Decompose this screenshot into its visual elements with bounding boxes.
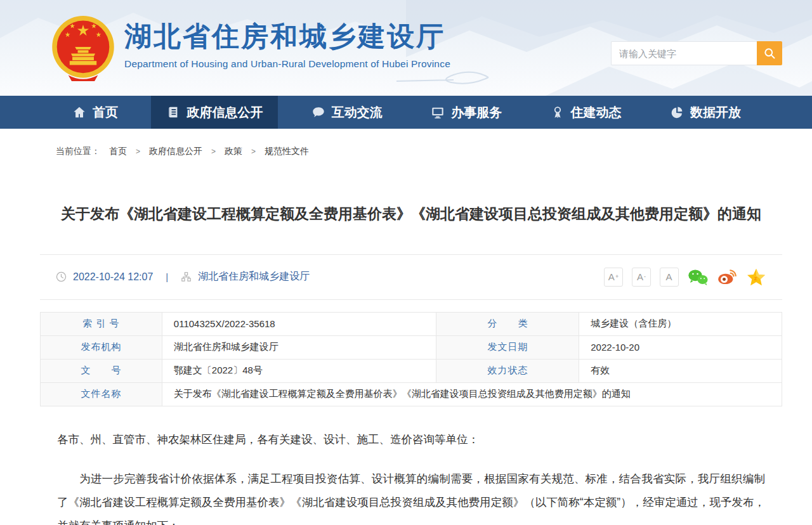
index-number-value: 01104325X/2022-35618 [162, 312, 436, 335]
search-box [611, 41, 782, 65]
nav-item-label: 办事服务 [451, 104, 502, 121]
salutation-paragraph: 各市、州、直管市、神农架林区住建局，各有关建设、设计、施工、造价咨询等单位： [57, 428, 765, 451]
nav-item-open-data[interactable]: 数据开放 [655, 96, 756, 129]
nav-item-label: 首页 [93, 104, 118, 121]
source-org-icon [181, 271, 192, 282]
clock-icon [56, 271, 67, 282]
font-reset-button[interactable]: A [660, 268, 679, 287]
site-subtitle: Department of Housing and Urban-Rural De… [124, 58, 450, 70]
meta-separator: | [166, 271, 168, 282]
breadcrumb: 当前位置： 首页 > 政府信息公开 > 政策 > 规范性文件 [56, 146, 812, 157]
breadcrumb-item-normative-docs[interactable]: 规范性文件 [265, 146, 309, 157]
nav-item-interaction[interactable]: 互动交流 [296, 96, 398, 129]
issuing-agency-value: 湖北省住房和城乡建设厅 [162, 335, 436, 359]
breadcrumb-separator: > [211, 147, 216, 156]
index-number-label: 索 引 号 [41, 312, 162, 335]
article-title: 关于发布《湖北省建设工程概算定额及全费用基价表》《湖北省建设项目总投资组成及其他… [40, 203, 782, 225]
validity-label: 效力状态 [436, 359, 579, 382]
breadcrumb-separator: > [251, 147, 256, 156]
nav-item-news[interactable]: 住建动态 [535, 96, 637, 129]
article-body: 各市、州、直管市、神农架林区住建局，各有关建设、设计、施工、造价咨询等单位： 为… [40, 428, 782, 525]
document-icon [166, 105, 180, 119]
doc-title-value: 关于发布《湖北省建设工程概算定额及全费用基价表》《湖北省建设项目总投资组成及其他… [162, 382, 782, 406]
issue-date-label: 发文日期 [436, 335, 579, 359]
table-row: 文件名称 关于发布《湖北省建设工程概算定额及全费用基价表》《湖北省建设项目总投资… [41, 382, 782, 406]
nav-item-label: 住建动态 [571, 104, 622, 121]
share-weibo[interactable] [717, 268, 737, 286]
qzone-icon: z [747, 268, 766, 286]
nav-item-services[interactable]: 办事服务 [416, 96, 517, 129]
article-meta-left: 2022-10-24 12:07 | 湖北省住房和城乡建设厅 [56, 270, 310, 283]
breadcrumb-item-policy[interactable]: 政策 [225, 146, 242, 157]
site-title: 湖北省住房和城乡建设厅 [124, 22, 450, 51]
font-increase-button[interactable]: A+ [604, 268, 623, 287]
nav-item-label: 互动交流 [332, 104, 383, 121]
breadcrumb-item-gov-info[interactable]: 政府信息公开 [149, 146, 202, 157]
font-decrease-button[interactable]: A- [632, 268, 651, 287]
publish-date: 2022-10-24 12:07 [73, 271, 153, 283]
nav-item-gov-info[interactable]: 政府信息公开 [151, 96, 278, 129]
category-label: 分 类 [436, 312, 579, 335]
breadcrumb-prefix: 当前位置： [56, 146, 100, 157]
monitor-icon [431, 105, 445, 119]
home-icon [72, 105, 86, 119]
validity-value: 有效 [579, 359, 782, 382]
table-row: 文 号 鄂建文〔2022〕48号 效力状态 有效 [41, 359, 782, 382]
pie-chart-icon [670, 105, 684, 119]
wechat-icon [688, 268, 708, 286]
chat-bubble-icon [311, 105, 325, 119]
share-wechat[interactable] [688, 268, 708, 286]
article: 关于发布《湖北省建设工程概算定额及全费用基价表》《湖北省建设项目总投资组成及其他… [40, 203, 782, 525]
table-row: 索 引 号 01104325X/2022-35618 分 类 城乡建设（含住房） [41, 312, 782, 335]
nav-item-label: 政府信息公开 [187, 104, 263, 121]
table-row: 发布机构 湖北省住房和城乡建设厅 发文日期 2022-10-20 [41, 335, 782, 359]
doc-number-label: 文 号 [41, 359, 162, 382]
article-meta-right: A+ A- A [604, 268, 766, 287]
search-icon [763, 47, 776, 60]
site-title-block: 湖北省住房和城乡建设厅 Department of Housing and Ur… [124, 22, 450, 70]
medal-icon [551, 105, 565, 119]
doc-number-value: 鄂建文〔2022〕48号 [162, 359, 436, 382]
body-paragraph: 为进一步完善我省计价依据体系，满足工程项目投资估算、设计概算的编制需要，根据国家… [57, 467, 765, 525]
article-meta-bar: 2022-10-24 12:07 | 湖北省住房和城乡建设厅 A+ A- A [40, 254, 782, 300]
nav-item-home[interactable]: 首页 [57, 96, 133, 129]
weibo-icon [717, 268, 737, 286]
issue-date-value: 2022-10-20 [579, 335, 782, 359]
category-value: 城乡建设（含住房） [579, 312, 782, 335]
search-button[interactable] [757, 41, 782, 65]
search-input[interactable] [611, 41, 757, 65]
share-qzone[interactable]: z [746, 268, 766, 286]
svg-text:z: z [754, 275, 757, 282]
doc-title-label: 文件名称 [41, 382, 162, 406]
site-header: 湖北省住房和城乡建设厅 Department of Housing and Ur… [0, 0, 812, 96]
breadcrumb-item-home[interactable]: 首页 [109, 146, 127, 157]
document-info-table: 索 引 号 01104325X/2022-35618 分 类 城乡建设（含住房）… [40, 312, 782, 406]
breadcrumb-separator: > [136, 147, 140, 156]
page: 湖北省住房和城乡建设厅 Department of Housing and Ur… [0, 0, 812, 525]
publish-source: 湖北省住房和城乡建设厅 [198, 270, 310, 283]
national-emblem-logo [49, 15, 117, 82]
issuing-agency-label: 发布机构 [41, 335, 162, 359]
main-nav: 首页 政府信息公开 互动交流 办事服务 [0, 96, 812, 129]
nav-item-label: 数据开放 [690, 104, 741, 121]
